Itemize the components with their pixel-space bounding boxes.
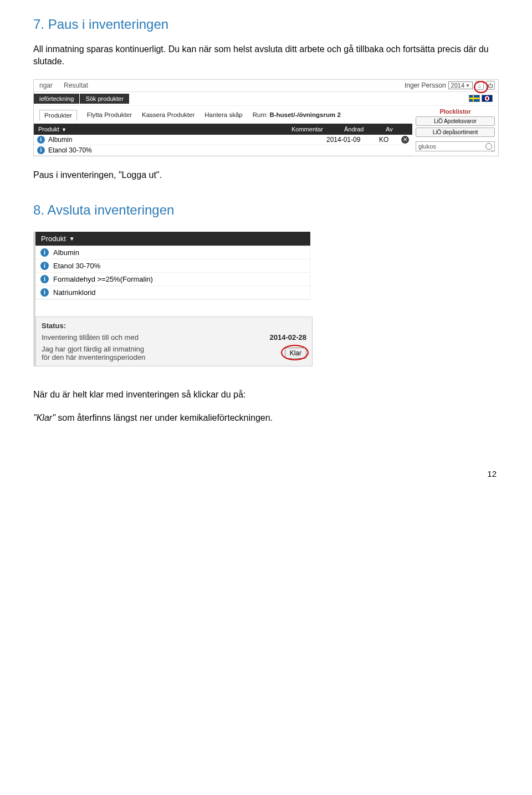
annotation-circle-logout	[474, 81, 488, 93]
status-till-date: 2014-02-28	[270, 333, 307, 342]
list-item[interactable]: i Natriumklorid	[36, 286, 310, 299]
search-icon[interactable]	[485, 143, 492, 150]
col-av[interactable]: Av	[386, 126, 408, 132]
product-list-header[interactable]: Produkt ▼	[35, 232, 310, 246]
flag-uk-icon[interactable]	[482, 95, 493, 102]
grey-tab-sök[interactable]: Sök produkter	[80, 94, 129, 104]
chevron-down-icon: ▼	[466, 83, 470, 88]
col-andrad[interactable]: Ändrad	[344, 126, 386, 132]
tab-flytta[interactable]: Flytta Produkter	[87, 111, 132, 118]
screenshot-1: ngar Resultat Inger Persson 2014 ▼ ⌂ ⏻ i…	[33, 79, 499, 156]
table-header: Produkt▼ Kommentar Ändrad Av	[34, 124, 412, 135]
col-kommentar[interactable]: Kommentar	[291, 126, 344, 132]
row-av: KO	[379, 136, 401, 144]
product-name: Etanol 30-70%	[53, 262, 100, 270]
table-row[interactable]: i Etanol 30-70%	[34, 145, 412, 156]
secondary-bar: ieförteckning Sök produkter	[34, 92, 498, 105]
close-icon[interactable]: ✕	[401, 136, 409, 144]
col-produkt-label: Produkt	[41, 235, 66, 243]
year-value: 2014	[451, 82, 464, 89]
search-input[interactable]	[418, 143, 483, 150]
list-item[interactable]: i Etanol 30-70%	[36, 259, 310, 273]
product-name: Formaldehyd >=25%(Formalin)	[53, 275, 153, 283]
tab-produkter[interactable]: Produkter	[39, 110, 77, 121]
pill-depåsortiment[interactable]: LiÖ depåsortiment	[416, 128, 495, 137]
heading-8: 8. Avsluta inventeringen	[33, 202, 499, 218]
grey-tab-förteckning[interactable]: ieförteckning	[34, 94, 79, 104]
tab-kassera[interactable]: Kassera Produkter	[142, 111, 195, 118]
info-icon[interactable]: i	[40, 275, 49, 283]
search-box[interactable]	[416, 141, 495, 151]
status-box: Status: Inventering tillåten till och me…	[35, 317, 313, 366]
rum-label: Rum: B-huset/-/övningsrum 2	[253, 111, 341, 118]
info-icon[interactable]: i	[40, 262, 49, 270]
col-produkt[interactable]: Produkt▼	[38, 126, 291, 132]
status-till-label: Inventering tillåten till och med	[42, 333, 139, 342]
list-item[interactable]: i Albumin	[36, 246, 310, 259]
tab-hantera[interactable]: Hantera skåp	[204, 111, 242, 118]
paragraph-klar-2: "Klar" som återfinns längst ner under ke…	[33, 412, 499, 424]
flag-sweden-icon[interactable]	[469, 95, 480, 102]
info-icon[interactable]: i	[37, 136, 45, 144]
klar-italic: "Klar"	[33, 413, 55, 422]
user-name: Inger Persson	[405, 81, 446, 89]
sort-down-icon: ▼	[62, 127, 66, 132]
pill-apoteksvaror[interactable]: LiÖ Apoteksvaror	[416, 116, 495, 126]
row-date: 2014-01-09	[326, 136, 379, 144]
rum-value: B-huset/-/övningsrum 2	[269, 111, 340, 118]
page-number: 12	[33, 469, 499, 478]
plocklistor-title: Plocklistor	[416, 108, 495, 115]
top-tabs-bar: ngar Resultat Inger Persson 2014 ▼ ⌂ ⏻	[34, 80, 498, 92]
product-name: Albumin	[53, 248, 79, 257]
paragraph-klar-1: När du är helt klar med inventeringen så…	[33, 389, 499, 401]
product-name: Natriumklorid	[53, 288, 96, 297]
sort-down-icon: ▼	[69, 236, 75, 242]
product-name: Etanol 30-70%	[48, 146, 334, 154]
sub-tabs: Produkter Flytta Produkter Kassera Produ…	[34, 106, 412, 124]
info-icon[interactable]: i	[37, 146, 45, 154]
paragraph-intro: All inmatning sparas kontinuerligt. Du k…	[33, 43, 499, 68]
info-icon[interactable]: i	[40, 248, 49, 257]
top-tab-ngar[interactable]: ngar	[34, 81, 58, 89]
screenshot-2: Produkt ▼ i Albumin i Etanol 30-70% i Fo…	[33, 232, 310, 366]
status-done-text: Jag har gjort färdig all inmatning för d…	[42, 345, 145, 361]
info-icon[interactable]: i	[40, 288, 49, 297]
table-row[interactable]: i Albumin 2014-01-09 KO ✕	[34, 135, 412, 145]
caption-paus: Paus i inventeringen, "Logga ut".	[33, 170, 499, 180]
list-item[interactable]: i Formaldehyd >=25%(Formalin)	[36, 273, 310, 286]
annotation-circle-klar	[281, 345, 309, 360]
heading-7: 7. Paus i inventeringen	[33, 17, 499, 32]
top-tab-resultat[interactable]: Resultat	[58, 81, 94, 89]
year-select[interactable]: 2014 ▼	[448, 81, 473, 89]
product-name: Albumin	[48, 136, 326, 144]
right-panel: Plocklistor LiÖ Apoteksvaror LiÖ depåsor…	[412, 106, 498, 154]
status-label: Status:	[42, 322, 306, 330]
